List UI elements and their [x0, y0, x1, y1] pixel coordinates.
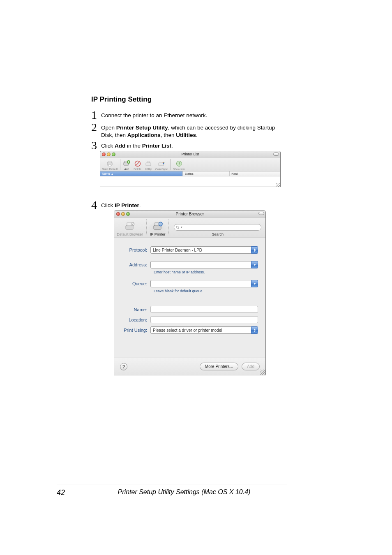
titlebar: Printer List	[100, 151, 280, 157]
label: Search	[212, 232, 224, 236]
column-status[interactable]: Status	[183, 171, 230, 176]
ip-printer-icon	[152, 221, 164, 231]
resize-handle-icon[interactable]	[260, 370, 265, 375]
address-label: Address:	[122, 262, 150, 267]
protocol-label: Protocol:	[122, 247, 150, 252]
label: ColorSync	[155, 168, 168, 171]
label: Default Browser	[117, 232, 143, 236]
step-number: 1	[91, 109, 101, 121]
info-icon: i	[175, 160, 183, 167]
t: .	[171, 143, 173, 149]
toolbar: Default Browser IP Printer ▾ Search	[114, 217, 265, 238]
queue-input[interactable]: ▾	[150, 280, 258, 287]
step-text: Click IP Printer.	[101, 199, 141, 209]
search-icon	[176, 226, 180, 229]
label: Name	[102, 172, 110, 176]
label: Utility	[145, 168, 152, 171]
svg-point-12	[163, 163, 164, 164]
svg-rect-9	[159, 163, 164, 166]
printer-browser-window: Printer Browser Default Browser IP Print…	[114, 210, 266, 375]
more-printers-button[interactable]: More Printers...	[200, 363, 238, 370]
label: Add	[125, 168, 129, 171]
column-kind[interactable]: Kind	[230, 171, 280, 176]
combo-arrow-icon: ▾	[251, 280, 258, 287]
column-name[interactable]: Name ▲	[100, 171, 183, 176]
t: Add	[115, 143, 125, 149]
combo-arrow-icon: ▾	[251, 261, 258, 268]
step-text: Open Printer Setup Utility, which can be…	[101, 122, 288, 139]
svg-line-23	[178, 228, 179, 229]
t: Utilities	[176, 132, 196, 138]
default-browser-tab[interactable]: Default Browser	[114, 221, 145, 236]
dropdown-arrow-icon: ▾	[181, 226, 182, 229]
label: Show Info	[173, 168, 185, 171]
address-hint: Enter host name or IP address.	[154, 270, 258, 274]
label: Delete	[134, 168, 141, 171]
delete-icon	[134, 160, 141, 167]
help-button[interactable]: ?	[120, 363, 127, 370]
utility-button[interactable]: Utility	[143, 157, 154, 171]
location-label: Location:	[122, 317, 150, 322]
t: .	[139, 202, 141, 208]
toolbar-toggle-icon[interactable]	[273, 153, 279, 156]
printer-list-window: Printer List Make Default Add	[100, 151, 281, 187]
table-header: Name ▲ Status Kind	[100, 171, 280, 176]
section-heading: IP Printing Setting	[91, 95, 288, 104]
t: .	[196, 132, 198, 138]
search-input[interactable]: ▾	[174, 224, 261, 231]
t: Click	[101, 202, 115, 208]
window-title: Printer Browser	[114, 212, 265, 216]
select-arrows-icon: ▴▾	[251, 326, 258, 334]
ip-printer-tab[interactable]: IP Printer	[148, 221, 168, 236]
delete-button[interactable]: Delete	[132, 157, 143, 171]
print-using-label: Print Using:	[122, 328, 150, 333]
t: in the	[125, 143, 142, 149]
step-1: 1 Connect the printer to an Ethernet net…	[91, 109, 288, 121]
printer-default-icon	[106, 160, 113, 167]
t: IP Printer	[115, 202, 139, 208]
queue-hint: Leave blank for default queue.	[154, 289, 258, 293]
svg-line-7	[136, 162, 139, 165]
window-title: Printer List	[100, 152, 280, 156]
step-text: Connect the printer to an Ethernet netwo…	[101, 109, 207, 119]
add-button[interactable]: Add	[121, 157, 132, 171]
t: Click	[101, 143, 115, 149]
value: Line Printer Daemon - LPD	[153, 248, 202, 252]
svg-rect-1	[108, 161, 111, 163]
add-printer-icon	[123, 160, 130, 167]
bottom-bar: ? More Printers... Add	[114, 358, 265, 375]
protocol-select[interactable]: Line Printer Daemon - LPD ▴▾	[150, 246, 258, 254]
name-input[interactable]	[150, 306, 258, 313]
titlebar: Printer Browser	[114, 210, 265, 217]
table-body	[100, 176, 280, 187]
step-2: 2 Open Printer Setup Utility, which can …	[91, 122, 288, 139]
svg-point-17	[131, 222, 134, 226]
print-using-select[interactable]: Please select a driver or printer model …	[150, 326, 258, 334]
make-default-button[interactable]: Make Default	[100, 157, 119, 171]
colorsync-icon	[158, 160, 165, 167]
step-number: 3	[91, 140, 101, 151]
value: Please select a driver or printer model	[153, 328, 222, 333]
step-number: 2	[91, 122, 101, 133]
t: Printer Setup Utility	[116, 125, 168, 131]
t: Applications	[127, 132, 161, 138]
footer-text: Printer Setup Utility Settings (Mac OS X…	[65, 488, 287, 497]
show-info-button[interactable]: i Show Info	[171, 157, 187, 171]
footer-rule	[57, 485, 287, 485]
page-number: 42	[57, 488, 65, 497]
toolbar-toggle-icon[interactable]	[258, 212, 264, 215]
label: IP Printer	[150, 232, 165, 236]
address-input[interactable]: ▾	[150, 261, 258, 268]
sort-ascending-icon: ▲	[111, 173, 113, 175]
t: Open	[101, 125, 116, 131]
colorsync-button[interactable]: ColorSync	[154, 157, 169, 171]
form: Protocol: Line Printer Daemon - LPD ▴▾ A…	[114, 238, 265, 334]
svg-rect-8	[146, 163, 151, 166]
page-footer: 42 Printer Setup Utility Settings (Mac O…	[57, 488, 287, 497]
location-input[interactable]	[150, 316, 258, 323]
add-button[interactable]: Add	[242, 363, 260, 370]
step-4: 4 Click IP Printer.	[91, 199, 141, 211]
resize-handle-icon[interactable]	[276, 183, 281, 187]
queue-label: Queue:	[122, 281, 150, 286]
step-3: 3 Click Add in the Printer List.	[91, 140, 288, 151]
